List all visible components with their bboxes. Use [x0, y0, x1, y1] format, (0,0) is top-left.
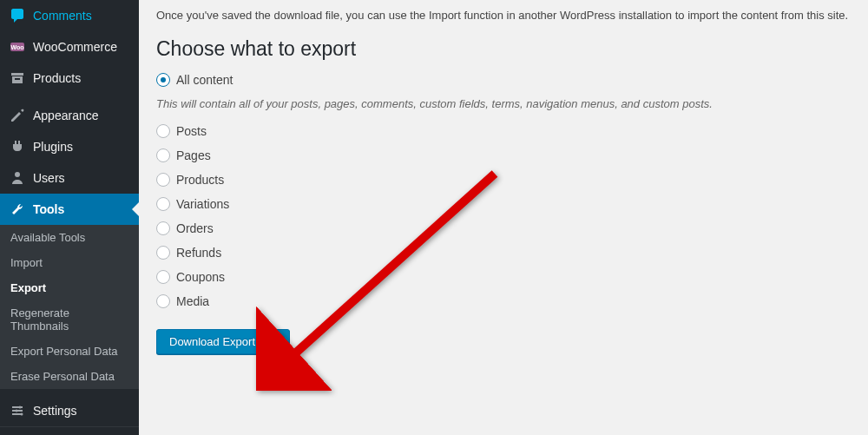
section-title: Choose what to export: [156, 37, 851, 61]
sidebar-item-label: Comments: [33, 9, 92, 23]
sidebar-item-appearance[interactable]: Appearance: [0, 100, 139, 131]
svg-point-4: [21, 413, 23, 416]
download-export-button[interactable]: Download Export File: [156, 329, 290, 354]
option-label: All content: [176, 73, 233, 87]
plugin-icon: [9, 138, 26, 155]
sidebar-item-label: Products: [33, 71, 81, 85]
svg-text:Woo: Woo: [10, 44, 23, 50]
sidebar-item-label: Tools: [33, 202, 64, 216]
woocommerce-icon: Woo: [9, 38, 26, 56]
archive-icon: [9, 69, 26, 87]
appearance-icon: [9, 107, 26, 124]
radio-icon: [156, 148, 170, 162]
sidebar-item-products[interactable]: Products: [0, 63, 139, 94]
submenu-import[interactable]: Import: [0, 250, 139, 275]
sidebar-item-users[interactable]: Users: [0, 162, 139, 194]
sidebar-item-settings[interactable]: Settings: [0, 395, 139, 426]
svg-point-3: [16, 410, 18, 412]
option-variations[interactable]: Variations: [156, 197, 851, 211]
svg-point-2: [19, 406, 22, 409]
tools-icon: [9, 201, 26, 218]
sidebar-item-plugins[interactable]: Plugins: [0, 131, 139, 162]
option-label: Refunds: [176, 246, 221, 260]
radio-icon: [156, 173, 170, 187]
sidebar-item-label: Users: [33, 171, 65, 185]
option-label: Media: [176, 294, 209, 308]
option-label: Posts: [176, 124, 207, 138]
sidebar-item-label: Plugins: [33, 140, 73, 154]
option-posts[interactable]: Posts: [156, 124, 851, 138]
option-media[interactable]: Media: [156, 294, 851, 308]
option-coupons[interactable]: Coupons: [156, 270, 851, 284]
sidebar-item-tools[interactable]: Tools: [0, 194, 139, 225]
sidebar-item-label: Settings: [33, 404, 77, 418]
option-products[interactable]: Products: [156, 173, 851, 187]
option-all-content[interactable]: All content: [156, 73, 851, 87]
radio-icon: [156, 197, 170, 211]
radio-icon: [156, 221, 170, 235]
submenu-available-tools[interactable]: Available Tools: [0, 225, 139, 250]
radio-icon: [156, 270, 170, 284]
sidebar-item-label: WooCommerce: [33, 40, 117, 54]
admin-sidebar: Comments Woo WooCommerce Products Appear…: [0, 0, 139, 435]
submenu-regenerate-thumbnails[interactable]: Regenerate Thumbnails: [0, 300, 139, 339]
sidebar-item-woocommerce[interactable]: Woo WooCommerce: [0, 31, 139, 63]
sidebar-item-label: Appearance: [33, 109, 99, 122]
radio-icon: [156, 124, 170, 138]
radio-icon: [156, 246, 170, 260]
all-content-note: This will contain all of your posts, pag…: [156, 97, 851, 110]
collapse-menu[interactable]: Collapse menu: [0, 426, 139, 435]
option-label: Products: [176, 173, 224, 187]
option-refunds[interactable]: Refunds: [156, 246, 851, 260]
comment-icon: [9, 7, 26, 24]
settings-icon: [9, 402, 26, 419]
radio-icon: [156, 294, 170, 308]
option-label: Coupons: [176, 270, 225, 284]
option-label: Orders: [176, 221, 214, 235]
sidebar-item-comments[interactable]: Comments: [0, 0, 139, 31]
option-label: Pages: [176, 148, 211, 162]
submenu-export[interactable]: Export: [0, 275, 139, 300]
option-pages[interactable]: Pages: [156, 148, 851, 162]
users-icon: [9, 169, 26, 187]
intro-text: Once you've saved the download file, you…: [156, 0, 851, 22]
option-label: Variations: [176, 197, 229, 211]
submenu-export-personal-data[interactable]: Export Personal Data: [0, 339, 139, 364]
option-orders[interactable]: Orders: [156, 221, 851, 235]
radio-icon: [156, 73, 170, 87]
main-content: Once you've saved the download file, you…: [139, 0, 868, 435]
tools-submenu: Available Tools Import Export Regenerate…: [0, 225, 139, 389]
submenu-erase-personal-data[interactable]: Erase Personal Data: [0, 364, 139, 389]
